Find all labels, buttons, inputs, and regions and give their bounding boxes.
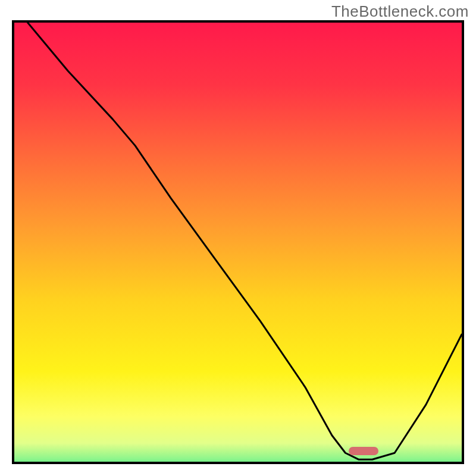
bottleneck-curve xyxy=(14,23,462,462)
plot-frame xyxy=(12,20,464,464)
chart-stage: TheBottleneck.com xyxy=(0,0,476,476)
optimum-marker xyxy=(349,447,378,455)
watermark-text: TheBottleneck.com xyxy=(331,2,469,21)
